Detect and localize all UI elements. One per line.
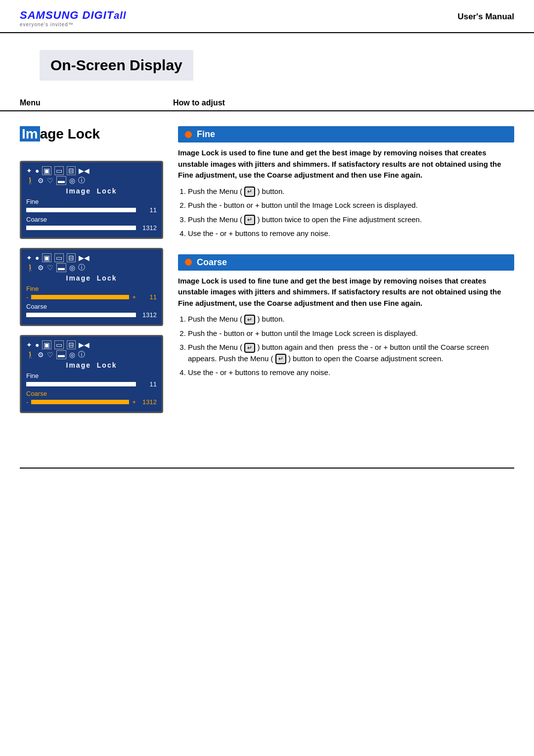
monitor-3-plus: + bbox=[132, 398, 136, 406]
rect-icon-3: ▬ bbox=[56, 350, 66, 359]
image-lock-heading: Image Lock bbox=[20, 126, 163, 142]
monitor-3-fine-label: Fine bbox=[26, 372, 157, 379]
monitor-2-fine-row: Fine - + 11 bbox=[26, 285, 157, 301]
monitor-screen-1: ✦ ● ▣ ▭ ⊟ ▶◀ 🚶 ⚙ ♡ ▬ ◎ ⓘ Image Loc bbox=[20, 161, 163, 239]
monitor-2-fine-bar-row: - + 11 bbox=[26, 293, 157, 301]
menu-btn-icon-3: ↵ bbox=[244, 315, 255, 325]
monitor-2-icon-row2-left: 🚶 ⚙ ♡ ▬ ◎ ⓘ bbox=[26, 263, 85, 272]
fine-body: Image Lock is used to fine tune and get … bbox=[178, 147, 514, 239]
right-column: Fine Image Lock is used to fine tune and… bbox=[178, 126, 514, 413]
monitor-screen-2: ✦ ● ▣ ▭ ⊟ ▶◀ 🚶 ⚙ ♡ ▬ ◎ ⓘ Image Loc bbox=[20, 248, 163, 326]
fine-steps-list: Push the Menu ( ↵ ) button. Push the - b… bbox=[178, 186, 514, 239]
how-to-col-header: How to adjust bbox=[173, 98, 225, 107]
monitor-3-icons: ✦ ● ▣ ▭ ⊟ ▶◀ bbox=[26, 340, 157, 349]
fine-step-1: Push the Menu ( ↵ ) button. bbox=[188, 186, 514, 197]
coarse-step-3: Push the Menu ( ↵ ) button again and the… bbox=[188, 342, 514, 364]
monitor-3-coarse-bar-row: - + 1312 bbox=[26, 398, 157, 406]
circle-icon-2: ● bbox=[35, 254, 39, 262]
monitor-icon-3: ▭ bbox=[54, 340, 64, 349]
fine-step-2: Push the - button or + button until the … bbox=[188, 200, 514, 211]
monitor-1-icons: ✦ ● ▣ ▭ ⊟ ▶◀ bbox=[26, 166, 157, 175]
monitor-2-fine-label: Fine bbox=[26, 285, 157, 292]
monitor-icon-2: ▭ bbox=[54, 253, 64, 262]
coarse-title-bar: Coarse bbox=[178, 254, 514, 271]
monitor-1-coarse-label: Coarse bbox=[26, 216, 157, 223]
monitor-2-coarse-bar-row: 1312 bbox=[26, 311, 157, 319]
arrow-icon: ▶◀ bbox=[79, 167, 89, 175]
monitor-3-coarse-bar bbox=[31, 400, 129, 404]
picture-icon-2: ▣ bbox=[42, 253, 51, 262]
heart-icon: ♡ bbox=[47, 177, 53, 185]
monitor-2-fine-bar bbox=[31, 295, 129, 299]
monitor-1-fine-value: 11 bbox=[139, 206, 157, 214]
logo-area: SAMSUNG DIGITall everyone's invited™ bbox=[20, 9, 126, 27]
column-headers: Menu How to adjust bbox=[0, 90, 534, 111]
monitor-3-icon-row2: 🚶 ⚙ ♡ ▬ ◎ ⓘ bbox=[26, 350, 157, 359]
fine-dot bbox=[185, 131, 192, 138]
circle-icon-3: ● bbox=[35, 341, 39, 349]
sun-icon-3: ✦ bbox=[26, 341, 32, 349]
manual-title: User's Manual bbox=[457, 9, 514, 22]
arrow-icon-2: ▶◀ bbox=[79, 254, 89, 262]
monitor-1-coarse-value: 1312 bbox=[139, 224, 157, 232]
monitor-1-fine-row: Fine 11 bbox=[26, 198, 157, 214]
info-icon-2: ⓘ bbox=[78, 263, 85, 272]
settings-icon: ⚙ bbox=[38, 177, 44, 185]
monitor-2-icon-row-left: ✦ ● ▣ ▭ ⊟ ▶◀ bbox=[26, 253, 89, 262]
monitor-2-icon-row2: 🚶 ⚙ ♡ ▬ ◎ ⓘ bbox=[26, 263, 157, 272]
monitor-2-coarse-value: 1312 bbox=[139, 311, 157, 319]
coarse-step-1: Push the Menu ( ↵ ) button. bbox=[188, 314, 514, 325]
monitor-1-fine-label: Fine bbox=[26, 198, 157, 205]
logo-tagline: everyone's invited™ bbox=[20, 22, 126, 27]
circle-icon: ● bbox=[35, 167, 39, 175]
monitor-3-coarse-label: Coarse bbox=[26, 390, 157, 397]
monitor-2-fine-value: 11 bbox=[139, 293, 157, 301]
monitor-1-coarse-row: Coarse 1312 bbox=[26, 216, 157, 232]
monitor-1-coarse-bar bbox=[26, 226, 136, 230]
monitor-3-coarse-row: Coarse - + 1312 bbox=[26, 390, 157, 406]
fine-section: Fine Image Lock is used to fine tune and… bbox=[178, 126, 514, 239]
clock-icon: ◎ bbox=[69, 177, 75, 185]
footer-line bbox=[20, 468, 514, 483]
coarse-description: Image Lock is used to fine tune and get … bbox=[178, 276, 514, 309]
monitor-2-icons: ✦ ● ▣ ▭ ⊟ ▶◀ bbox=[26, 253, 157, 262]
picture-icon-3: ▣ bbox=[42, 340, 51, 349]
monitor-1-fine-bar-row: 11 bbox=[26, 206, 157, 214]
info-icon-3: ⓘ bbox=[78, 350, 85, 359]
coarse-dot bbox=[185, 259, 192, 266]
monitor-3-title: Image Lock bbox=[26, 361, 157, 369]
menu-btn-icon-5: ↵ bbox=[275, 354, 286, 364]
person-icon: 🚶 bbox=[26, 177, 35, 185]
monitor-3-icon-row2-left: 🚶 ⚙ ♡ ▬ ◎ ⓘ bbox=[26, 350, 85, 359]
settings-icon-3: ⚙ bbox=[38, 351, 44, 359]
page-header: SAMSUNG DIGITall everyone's invited™ Use… bbox=[0, 0, 534, 33]
fine-step-3: Push the Menu ( ↵ ) button twice to open… bbox=[188, 214, 514, 226]
menu-col-header: Menu bbox=[20, 98, 173, 107]
menu-btn-icon-4: ↵ bbox=[244, 343, 255, 353]
monitor-3-fine-bar bbox=[26, 382, 136, 386]
rect-icon: ▬ bbox=[56, 176, 66, 185]
picture-icon: ▣ bbox=[42, 166, 51, 175]
monitor-1-fine-bar bbox=[26, 208, 136, 212]
monitor-1-icon-row-left: ✦ ● ▣ ▭ ⊟ ▶◀ bbox=[26, 166, 89, 175]
monitor-3-minus: - bbox=[26, 398, 28, 406]
icon-row-2-left: 🚶 ⚙ ♡ ▬ ◎ ⓘ bbox=[26, 176, 85, 185]
monitor-2-plus: + bbox=[132, 293, 136, 301]
monitor-2-minus: - bbox=[26, 293, 28, 301]
fine-title-bar: Fine bbox=[178, 126, 514, 142]
info-icon: ⓘ bbox=[78, 176, 85, 185]
coarse-steps-list: Push the Menu ( ↵ ) button. Push the - b… bbox=[178, 314, 514, 378]
monitor-1-coarse-bar-row: 1312 bbox=[26, 224, 157, 232]
monitor-2-coarse-bar bbox=[26, 313, 136, 317]
rect-icon-2: ▬ bbox=[56, 263, 66, 272]
clock-icon-2: ◎ bbox=[69, 264, 75, 272]
coarse-step-4: Use the - or + buttons to remove any noi… bbox=[188, 367, 514, 378]
menu-btn-icon-2: ↵ bbox=[244, 215, 255, 225]
clock-icon-3: ◎ bbox=[69, 351, 75, 359]
monitor-3-fine-value: 11 bbox=[139, 380, 157, 388]
monitor-3-coarse-value: 1312 bbox=[139, 398, 157, 406]
monitor-icon: ▭ bbox=[54, 166, 64, 175]
monitor-2-coarse-label: Coarse bbox=[26, 303, 157, 310]
main-content: Image Lock ✦ ● ▣ ▭ ⊟ ▶◀ 🚶 ⚙ ♡ ▬ bbox=[0, 111, 534, 428]
arrow-icon-3: ▶◀ bbox=[79, 341, 89, 349]
